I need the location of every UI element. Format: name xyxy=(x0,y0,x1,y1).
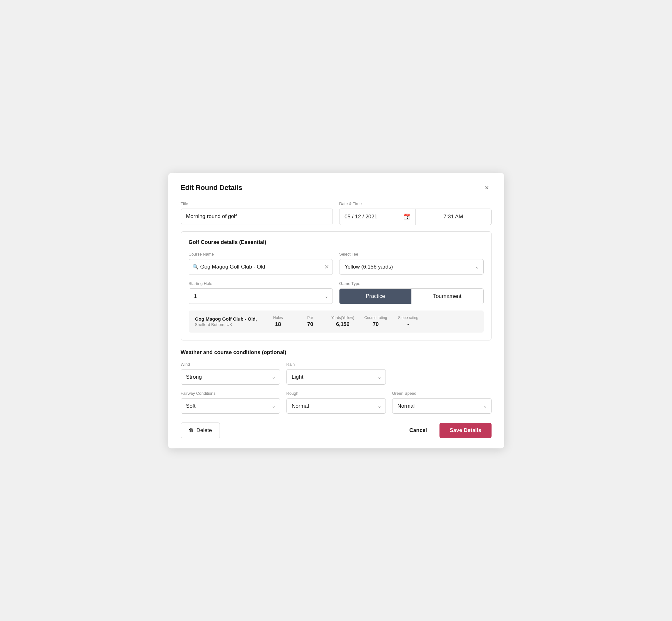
weather-section-title: Weather and course conditions (optional) xyxy=(181,349,492,356)
fairway-wrapper: Soft ⌄ xyxy=(181,398,280,414)
hole-gametype-row: Starting Hole 1 ⌄ Game Type Practice Tou… xyxy=(189,281,484,304)
close-button[interactable]: × xyxy=(482,183,492,193)
golf-course-section: Golf Course details (Essential) Course N… xyxy=(181,231,492,340)
green-speed-wrapper: Normal ⌄ xyxy=(392,398,492,414)
course-rating-stat: Course rating 70 xyxy=(365,316,387,328)
time-value: 7:31 AM xyxy=(443,214,463,220)
date-time-row: 05 / 12 / 2021 📅 7:31 AM xyxy=(339,209,492,225)
modal-title: Edit Round Details xyxy=(181,184,243,192)
trash-icon: 🗑 xyxy=(189,427,194,433)
yards-value: 6,156 xyxy=(331,321,354,328)
golf-section-title: Golf Course details (Essential) xyxy=(189,239,484,246)
course-rating-value: 70 xyxy=(365,321,387,328)
game-type-toggle: Practice Tournament xyxy=(339,288,484,304)
course-info-name-block: Gog Magog Golf Club - Old, Shelford Bott… xyxy=(195,316,257,327)
rough-dropdown[interactable]: Normal xyxy=(287,398,386,414)
delete-button[interactable]: 🗑 Delete xyxy=(181,422,220,438)
course-name-label: Course Name xyxy=(189,252,333,256)
rain-dropdown[interactable]: Light xyxy=(287,369,386,385)
tournament-button[interactable]: Tournament xyxy=(411,289,483,304)
game-type-group: Game Type Practice Tournament xyxy=(339,281,484,304)
date-value: 05 / 12 / 2021 xyxy=(344,214,377,220)
title-datetime-row: Title Date & Time 05 / 12 / 2021 📅 7:31 … xyxy=(181,201,492,225)
slope-rating-label: Slope rating xyxy=(397,316,419,320)
datetime-label: Date & Time xyxy=(339,201,492,206)
rain-wrapper: Light ⌄ xyxy=(287,369,386,385)
course-info-bar: Gog Magog Golf Club - Old, Shelford Bott… xyxy=(189,310,484,333)
rain-label: Rain xyxy=(287,362,386,367)
fairway-label: Fairway Conditions xyxy=(181,391,280,396)
holes-label: Holes xyxy=(267,316,289,320)
modal-header: Edit Round Details × xyxy=(181,183,492,193)
edit-round-modal: Edit Round Details × Title Date & Time 0… xyxy=(168,173,504,448)
course-name-input[interactable] xyxy=(189,259,333,275)
select-tee-dropdown[interactable]: Yellow (6,156 yards) xyxy=(339,259,484,275)
course-rating-label: Course rating xyxy=(365,316,387,320)
rain-group: Rain Light ⌄ xyxy=(287,362,386,385)
holes-value: 18 xyxy=(267,321,289,328)
rough-wrapper: Normal ⌄ xyxy=(287,398,386,414)
wind-group: Wind Strong ⌄ xyxy=(181,362,280,385)
yards-stat: Yards(Yellow) 6,156 xyxy=(331,316,354,328)
footer-right: Cancel Save Details xyxy=(402,423,492,438)
course-name-wrapper: 🔍 ✕ xyxy=(189,259,333,275)
select-tee-group: Select Tee Yellow (6,156 yards) ⌄ xyxy=(339,252,484,275)
starting-hole-group: Starting Hole 1 ⌄ xyxy=(189,281,333,304)
slope-rating-value: - xyxy=(397,321,419,328)
par-value: 70 xyxy=(299,321,321,328)
time-field[interactable]: 7:31 AM xyxy=(416,209,491,225)
rough-label: Rough xyxy=(287,391,386,396)
course-info-name: Gog Magog Golf Club - Old, xyxy=(195,316,257,322)
search-icon: 🔍 xyxy=(193,264,199,270)
par-label: Par xyxy=(299,316,321,320)
calendar-icon: 📅 xyxy=(403,213,410,220)
date-field[interactable]: 05 / 12 / 2021 📅 xyxy=(339,209,416,225)
course-tee-row: Course Name 🔍 ✕ Select Tee Yellow (6,156… xyxy=(189,252,484,275)
wind-wrapper: Strong ⌄ xyxy=(181,369,280,385)
fairway-dropdown[interactable]: Soft xyxy=(181,398,280,414)
cancel-button[interactable]: Cancel xyxy=(402,423,435,438)
green-speed-dropdown[interactable]: Normal xyxy=(392,398,492,414)
select-tee-wrapper: Yellow (6,156 yards) ⌄ xyxy=(339,259,484,275)
save-button[interactable]: Save Details xyxy=(439,423,491,438)
title-group: Title xyxy=(181,201,333,225)
green-speed-label: Green Speed xyxy=(392,391,492,396)
yards-label: Yards(Yellow) xyxy=(331,316,354,320)
starting-hole-dropdown[interactable]: 1 xyxy=(189,288,333,304)
wind-rain-row: Wind Strong ⌄ Rain Light ⌄ xyxy=(181,362,492,385)
datetime-group: Date & Time 05 / 12 / 2021 📅 7:31 AM xyxy=(339,201,492,225)
title-input[interactable] xyxy=(181,209,333,224)
select-tee-label: Select Tee xyxy=(339,252,484,256)
footer-row: 🗑 Delete Cancel Save Details xyxy=(181,422,492,438)
course-name-group: Course Name 🔍 ✕ xyxy=(189,252,333,275)
delete-label: Delete xyxy=(197,427,212,433)
fairway-group: Fairway Conditions Soft ⌄ xyxy=(181,391,280,414)
clear-course-button[interactable]: ✕ xyxy=(324,263,329,271)
course-info-location: Shelford Bottom, UK xyxy=(195,322,257,327)
slope-rating-stat: Slope rating - xyxy=(397,316,419,328)
holes-stat: Holes 18 xyxy=(267,316,289,328)
par-stat: Par 70 xyxy=(299,316,321,328)
starting-hole-wrapper: 1 ⌄ xyxy=(189,288,333,304)
weather-section: Weather and course conditions (optional)… xyxy=(181,349,492,414)
wind-dropdown[interactable]: Strong xyxy=(181,369,280,385)
wind-label: Wind xyxy=(181,362,280,367)
practice-button[interactable]: Practice xyxy=(339,289,411,304)
fairway-rough-green-row: Fairway Conditions Soft ⌄ Rough Normal ⌄ xyxy=(181,391,492,414)
game-type-label: Game Type xyxy=(339,281,484,286)
title-label: Title xyxy=(181,201,333,206)
rough-group: Rough Normal ⌄ xyxy=(287,391,386,414)
starting-hole-label: Starting Hole xyxy=(189,281,333,286)
green-speed-group: Green Speed Normal ⌄ xyxy=(392,391,492,414)
